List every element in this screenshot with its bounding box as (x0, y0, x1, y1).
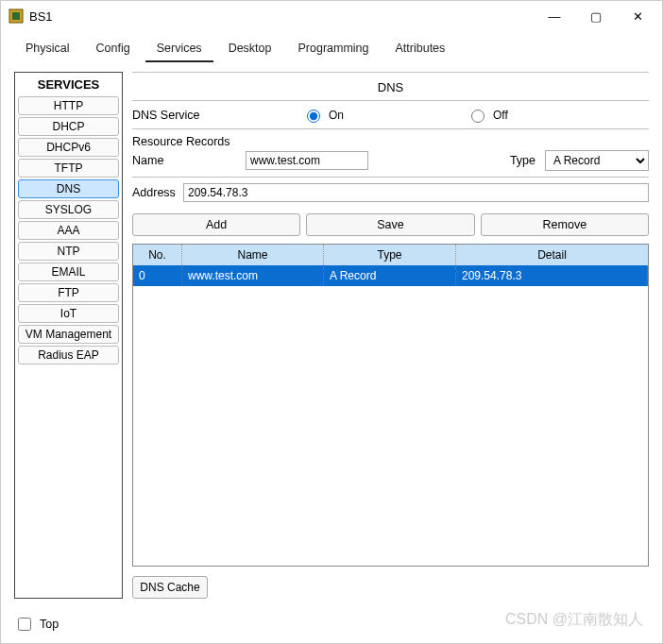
sidebar-item-tftp[interactable]: TFTP (18, 159, 119, 178)
radio-off[interactable] (471, 110, 484, 123)
table-empty-area (133, 286, 648, 566)
minimize-icon: — (549, 9, 561, 24)
tab-desktop[interactable]: Desktop (217, 37, 283, 62)
table-header: No. Name Type Detail (133, 245, 648, 265)
dns-service-label: DNS Service (132, 109, 246, 122)
th-type[interactable]: Type (324, 245, 456, 265)
table-row[interactable]: 0 www.test.com A Record 209.54.78.3 (133, 265, 648, 286)
sidebar-item-ntp[interactable]: NTP (18, 242, 119, 261)
sidebar-item-iot[interactable]: IoT (18, 304, 119, 323)
tab-attributes[interactable]: Attributes (384, 37, 457, 62)
service-row: DNS Service On Off (132, 101, 649, 128)
window-title: BS1 (29, 9, 534, 24)
th-no[interactable]: No. (133, 245, 182, 265)
save-button[interactable]: Save (306, 213, 474, 236)
minimize-button[interactable]: — (534, 2, 575, 30)
watermark: CSDN @江南散知人 (505, 610, 643, 630)
tab-physical[interactable]: Physical (14, 37, 81, 62)
name-input[interactable] (246, 151, 368, 170)
td-name: www.test.com (182, 265, 324, 286)
sidebar-item-dhcp[interactable]: DHCP (18, 117, 119, 136)
remove-button[interactable]: Remove (481, 213, 649, 236)
sidebar-item-email[interactable]: EMAIL (18, 263, 119, 281)
pane-title: DNS (132, 73, 649, 100)
close-button[interactable]: ✕ (617, 2, 658, 30)
top-checkbox[interactable] (18, 618, 31, 631)
radio-on[interactable] (307, 110, 320, 123)
content-area: SERVICES HTTP DHCP DHCPv6 TFTP DNS SYSLO… (1, 62, 662, 599)
type-label: Type (510, 154, 536, 167)
svg-rect-1 (12, 12, 20, 20)
close-icon: ✕ (633, 9, 643, 24)
radio-off-label: Off (493, 109, 508, 122)
add-button[interactable]: Add (132, 213, 300, 236)
sidebar-item-vm[interactable]: VM Management (18, 325, 119, 344)
title-bar: BS1 — ▢ ✕ (1, 1, 662, 31)
resource-records-label: Resource Records (132, 135, 230, 148)
radio-on-label: On (329, 109, 344, 122)
records-table: No. Name Type Detail 0 www.test.com A Re… (132, 244, 649, 567)
button-row: Add Save Remove (132, 213, 649, 236)
resource-records-label-row: Resource Records (132, 129, 649, 150)
td-no: 0 (133, 265, 182, 286)
address-input[interactable] (183, 183, 649, 202)
sidebar-item-syslog[interactable]: SYSLOG (18, 200, 119, 219)
sidebar-item-aaa[interactable]: AAA (18, 221, 119, 240)
tab-bar: Physical Config Services Desktop Program… (1, 31, 662, 62)
tab-programming[interactable]: Programming (286, 37, 380, 62)
td-type: A Record (324, 265, 456, 286)
top-label: Top (40, 618, 59, 631)
sidebar-item-radius[interactable]: Radius EAP (18, 346, 119, 364)
sidebar-item-ftp[interactable]: FTP (18, 283, 119, 302)
dns-pane: DNS DNS Service On Off Resource Records … (132, 72, 649, 599)
name-type-row: Name Type A Record (132, 150, 649, 177)
sidebar-item-http[interactable]: HTTP (18, 96, 119, 115)
name-label: Name (132, 154, 236, 167)
type-select[interactable]: A Record (545, 150, 649, 171)
radio-off-wrap[interactable]: Off (467, 107, 508, 123)
app-icon (8, 8, 24, 24)
maximize-button[interactable]: ▢ (575, 2, 617, 30)
table-body: 0 www.test.com A Record 209.54.78.3 (133, 265, 648, 286)
sidebar-header: SERVICES (15, 73, 122, 96)
services-sidebar: SERVICES HTTP DHCP DHCPv6 TFTP DNS SYSLO… (14, 72, 123, 599)
bottom-bar: Top (14, 615, 59, 634)
th-name[interactable]: Name (182, 245, 324, 265)
address-row: Address (132, 178, 649, 208)
maximize-icon: ▢ (590, 9, 602, 24)
th-detail[interactable]: Detail (456, 245, 648, 265)
sidebar-item-dhcpv6[interactable]: DHCPv6 (18, 138, 119, 157)
td-detail: 209.54.78.3 (456, 265, 648, 286)
sidebar-item-dns[interactable]: DNS (18, 179, 119, 198)
radio-on-wrap[interactable]: On (302, 107, 344, 123)
dns-cache-button[interactable]: DNS Cache (132, 576, 208, 599)
tab-services[interactable]: Services (145, 37, 213, 62)
tab-config[interactable]: Config (85, 37, 142, 62)
address-label: Address (132, 186, 174, 199)
